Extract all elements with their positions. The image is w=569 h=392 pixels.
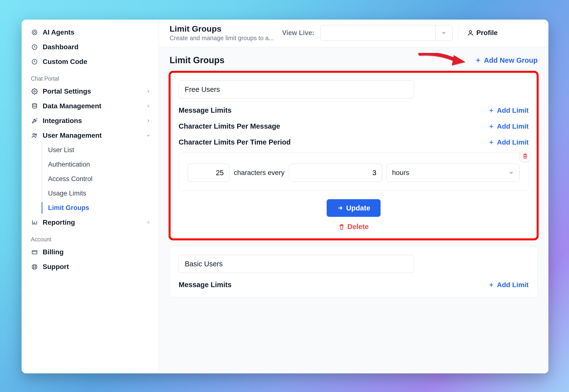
- sidebar-item-label: Reporting: [43, 219, 75, 226]
- limit-section-title: Message Limits: [179, 281, 232, 289]
- sidebar-item-support[interactable]: Support: [28, 259, 154, 274]
- add-limit-label: Add Limit: [497, 123, 528, 130]
- sidebar-item-portal-settings[interactable]: Portal Settings: [28, 84, 154, 99]
- sidebar-item-data-management[interactable]: Data Management: [28, 99, 154, 113]
- group-name-input[interactable]: [179, 255, 414, 273]
- limit-section-message-limits: Message Limits Add Limit: [179, 106, 528, 114]
- add-limit-button[interactable]: Add Limit: [488, 107, 528, 114]
- sidebar-sub-user-list[interactable]: User List: [42, 143, 154, 157]
- sidebar-item-ai-agents[interactable]: AI Agents: [28, 25, 154, 40]
- svg-point-7: [35, 134, 37, 136]
- limit-row: characters every hours: [179, 153, 528, 191]
- static-label: characters every: [234, 169, 284, 177]
- sidebar-item-integrations[interactable]: Integrations: [28, 113, 154, 128]
- sidebar-item-custom-code[interactable]: Custom Code: [28, 54, 154, 69]
- limit-section-message-limits: Message Limits Add Limit: [179, 281, 528, 289]
- delete-label: Delete: [347, 223, 369, 231]
- update-button[interactable]: Update: [327, 199, 381, 217]
- time-unit-value: hours: [392, 169, 409, 177]
- card-icon: [31, 248, 38, 256]
- view-live-label: View Live:: [282, 29, 314, 37]
- app-window: AI Agents Dashboard Custom Code Chat Por…: [22, 20, 548, 373]
- svg-rect-8: [32, 251, 37, 254]
- add-new-group-button[interactable]: Add New Group: [475, 56, 538, 64]
- content-header: Limit Groups Add New Group: [170, 55, 538, 65]
- sidebar-item-label: Billing: [43, 248, 64, 256]
- database-icon: [31, 102, 38, 110]
- sidebar-item-label: Data Management: [43, 102, 101, 110]
- arrow-right-icon: [337, 205, 343, 211]
- topbar-title-block: Limit Groups Create and manage limit gro…: [170, 24, 274, 42]
- add-limit-button[interactable]: Add Limit: [488, 123, 528, 130]
- sidebar-subnav-user-management: User List Authentication Access Control …: [42, 143, 154, 215]
- content: Limit Groups Add New Group: [159, 47, 548, 373]
- sidebar-item-label: Integrations: [43, 117, 82, 125]
- group-name-input[interactable]: [179, 80, 414, 98]
- sidebar-item-label: Portal Settings: [43, 87, 91, 95]
- limit-row-wrap: characters every hours: [179, 153, 528, 191]
- svg-point-11: [469, 31, 471, 33]
- plus-icon: [475, 57, 482, 64]
- limit-section-char-per-message: Character Limits Per Message Add Limit: [179, 122, 528, 130]
- limit-group-card: Message Limits Add Limit Character Limit…: [170, 72, 538, 239]
- user-icon: [467, 29, 474, 36]
- content-heading: Limit Groups: [170, 55, 225, 65]
- add-limit-button[interactable]: Add Limit: [488, 281, 528, 289]
- main-area: Limit Groups Create and manage limit gro…: [159, 20, 548, 373]
- svg-point-4: [34, 91, 36, 92]
- profile-button[interactable]: Profile: [458, 26, 498, 40]
- chevron-down-icon[interactable]: [435, 25, 452, 41]
- topbar: Limit Groups Create and manage limit gro…: [159, 20, 548, 47]
- sidebar-sub-usage-limits[interactable]: Usage Limits: [42, 186, 154, 201]
- users-icon: [31, 132, 38, 139]
- sidebar-item-label: AI Agents: [43, 28, 74, 36]
- clock-icon: [31, 43, 38, 51]
- tools-icon: [31, 117, 38, 125]
- trash-icon: [338, 224, 345, 230]
- sidebar-item-user-management[interactable]: User Management: [28, 128, 154, 143]
- period-count-input[interactable]: [289, 164, 382, 182]
- sidebar-sub-limit-groups[interactable]: Limit Groups: [42, 201, 154, 215]
- page-subtitle: Create and manage limit groups to a...: [170, 35, 274, 42]
- svg-point-1: [34, 31, 36, 34]
- sidebar-item-dashboard[interactable]: Dashboard: [28, 40, 154, 54]
- sidebar-item-billing[interactable]: Billing: [28, 245, 154, 259]
- sidebar-sub-access-control[interactable]: Access Control: [42, 172, 154, 186]
- delete-group-button[interactable]: Delete: [179, 223, 528, 231]
- update-label: Update: [346, 204, 370, 212]
- plus-icon: [488, 139, 495, 146]
- sidebar-sub-authentication[interactable]: Authentication: [42, 157, 154, 172]
- limit-section-title: Character Limits Per Time Period: [179, 138, 291, 146]
- svg-marker-12: [452, 55, 465, 65]
- add-limit-button[interactable]: Add Limit: [488, 139, 528, 146]
- plus-icon: [488, 123, 495, 130]
- limit-section-char-per-time: Character Limits Per Time Period Add Lim…: [179, 138, 528, 146]
- sidebar-section-label: Chat Portal: [28, 69, 154, 84]
- chevron-right-icon: [146, 89, 151, 94]
- add-limit-label: Add Limit: [497, 139, 528, 146]
- limit-section-title: Message Limits: [179, 106, 232, 114]
- view-live-select[interactable]: [320, 25, 453, 41]
- add-new-group-label: Add New Group: [484, 56, 538, 64]
- sidebar-item-label: Dashboard: [43, 43, 78, 51]
- clock-icon: [31, 58, 38, 65]
- delete-limit-row-button[interactable]: [519, 150, 531, 162]
- gear-icon: [31, 88, 38, 95]
- character-count-input[interactable]: [188, 164, 229, 182]
- svg-point-10: [34, 266, 36, 268]
- sidebar-item-label: Custom Code: [43, 58, 87, 66]
- sidebar-item-label: Support: [43, 263, 69, 271]
- sidebar: AI Agents Dashboard Custom Code Chat Por…: [22, 20, 159, 373]
- add-limit-label: Add Limit: [497, 281, 528, 289]
- limit-section-title: Character Limits Per Message: [179, 122, 280, 130]
- limit-group-card: Message Limits Add Limit: [170, 246, 538, 297]
- sidebar-section-label: Account: [28, 230, 154, 245]
- time-unit-select[interactable]: hours: [386, 164, 520, 182]
- target-icon: [31, 29, 38, 36]
- chevron-right-icon: [146, 104, 151, 109]
- svg-point-6: [33, 134, 35, 135]
- plus-icon: [488, 282, 495, 288]
- chevron-down-icon: [146, 133, 151, 138]
- sidebar-item-reporting[interactable]: Reporting: [28, 215, 154, 230]
- profile-label: Profile: [476, 29, 498, 37]
